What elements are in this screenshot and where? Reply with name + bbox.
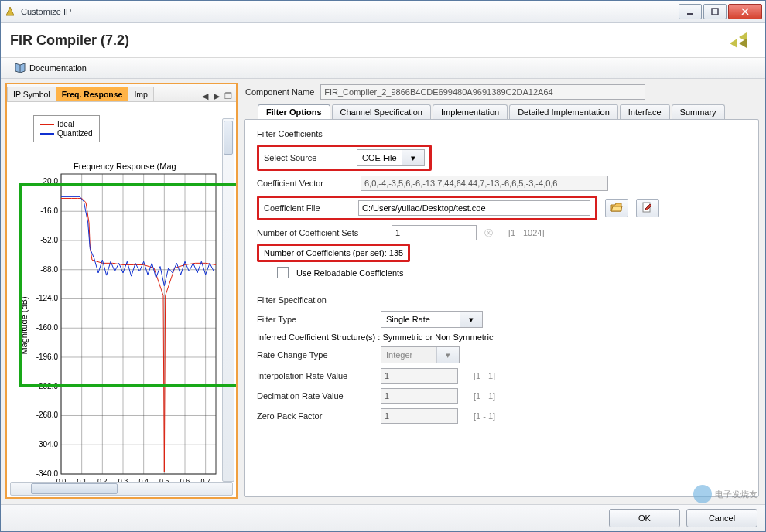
coef-vector-field xyxy=(361,176,608,191)
preview-hscroll[interactable] xyxy=(10,482,233,496)
close-button[interactable] xyxy=(728,4,762,19)
zpf-hint: [1 - 1] xyxy=(474,411,495,421)
select-source-combo[interactable]: COE File ▾ xyxy=(357,149,425,166)
svg-text:-16.0: -16.0 xyxy=(40,206,58,215)
minimize-button[interactable] xyxy=(679,4,702,19)
cancel-button[interactable]: Cancel xyxy=(686,509,757,527)
freq-response-chart: 20.0-16.0-52.0-88.0-124.0-160.0-196.0-23… xyxy=(19,171,224,497)
num-coef-per-set: Number of Coefficients (per set): 135 xyxy=(264,248,403,257)
select-source-label: Select Source xyxy=(264,153,349,162)
num-coef-sets-field[interactable] xyxy=(392,225,477,240)
interp-rate-hint: [1 - 1] xyxy=(474,371,495,380)
svg-marker-0 xyxy=(6,7,14,15)
highlight-box-num-coef: Number of Coefficients (per set): 135 xyxy=(257,244,410,262)
filter-coefficients-group-title: Filter Coefficients xyxy=(257,129,746,138)
filter-type-combo[interactable]: Single Rate ▾ xyxy=(381,311,483,328)
svg-text:-160.0: -160.0 xyxy=(36,323,59,332)
tab-imp[interactable]: Imp xyxy=(128,87,154,101)
dialog-button-bar: OK Cancel xyxy=(1,504,765,531)
tab-filter-options[interactable]: Filter Options xyxy=(258,104,330,119)
rate-change-label: Rate Change Type xyxy=(257,350,373,360)
chart-legend: Ideal Quantized xyxy=(33,115,100,142)
interp-rate-field xyxy=(381,368,458,384)
tab-prev-icon[interactable]: ◀ xyxy=(200,90,210,101)
highlight-box-select-source: Select Source COE File ▾ xyxy=(257,145,432,171)
filter-specification-group-title: Filter Specification xyxy=(257,295,746,305)
select-source-value: COE File xyxy=(357,153,402,162)
chart-title: Frequency Response (Mag xyxy=(74,159,176,171)
svg-text:-340.0: -340.0 xyxy=(36,469,59,478)
filter-type-value: Single Rate xyxy=(381,315,435,324)
tab-next-icon[interactable]: ▶ xyxy=(212,90,221,101)
vendor-logo-icon xyxy=(725,28,756,53)
tab-ip-symbol[interactable]: IP Symbol xyxy=(7,87,56,101)
filter-options-panel: Filter Coefficients Select Source COE Fi… xyxy=(244,119,759,497)
coef-vector-label: Coefficient Vector xyxy=(257,179,353,188)
filter-type-label: Filter Type xyxy=(257,315,373,324)
pencil-icon xyxy=(642,202,653,214)
svg-text:-52.0: -52.0 xyxy=(40,236,58,244)
legend-quantized: Quantized xyxy=(57,129,93,138)
ok-button[interactable]: OK xyxy=(609,509,680,527)
svg-text:-88.0: -88.0 xyxy=(40,265,58,274)
preview-tabs: IP Symbol Freq. Response Imp ◀ ▶ ❐ xyxy=(7,84,236,102)
component-name-field[interactable] xyxy=(320,84,645,100)
zpf-field xyxy=(381,408,458,424)
clear-icon[interactable]: ⓧ xyxy=(484,227,493,239)
tab-expand-icon[interactable]: ❐ xyxy=(224,90,233,101)
svg-text:-304.0: -304.0 xyxy=(36,440,59,448)
chevron-down-icon: ▾ xyxy=(460,312,482,327)
decim-rate-field xyxy=(381,388,458,404)
reloadable-label: Use Reloadable Coefficients xyxy=(296,268,404,278)
app-icon xyxy=(4,5,16,18)
toolbar: Documentation xyxy=(1,58,765,79)
rate-change-combo: Integer ▾ xyxy=(381,346,460,363)
reloadable-checkbox[interactable] xyxy=(277,267,289,278)
decim-rate-label: Decimation Rate Value xyxy=(257,391,373,401)
window-title: Customize IP xyxy=(21,7,679,16)
config-tabs: Filter Options Channel Specification Imp… xyxy=(242,104,761,119)
browse-file-button[interactable] xyxy=(605,199,628,217)
maximize-button[interactable] xyxy=(703,4,727,19)
preview-panel: IP Symbol Freq. Response Imp ◀ ▶ ❐ Ideal… xyxy=(5,83,238,499)
dialog-title: FIR Compiler (7.2) xyxy=(10,32,725,49)
highlight-box-coef-file: Coefficient File xyxy=(257,196,597,220)
svg-rect-9 xyxy=(61,174,216,474)
svg-rect-2 xyxy=(712,9,718,15)
folder-open-icon xyxy=(610,202,623,214)
chart-ylabel: Magnitude (dB) xyxy=(19,296,29,354)
svg-marker-5 xyxy=(730,39,737,48)
svg-text:20.0: 20.0 xyxy=(43,177,59,186)
zpf-label: Zero Pack Factor xyxy=(257,411,373,421)
chevron-down-icon: ▾ xyxy=(402,150,424,165)
tab-detailed-implementation[interactable]: Detailed Implementation xyxy=(509,104,618,119)
svg-text:-196.0: -196.0 xyxy=(36,353,59,361)
tab-summary[interactable]: Summary xyxy=(672,104,725,119)
num-coef-sets-hint: [1 - 1024] xyxy=(508,228,544,237)
dialog-header: FIR Compiler (7.2) xyxy=(1,23,765,58)
edit-file-button[interactable] xyxy=(636,199,659,217)
num-coef-sets-label: Number of Coefficient Sets xyxy=(257,228,384,237)
tab-channel-specification[interactable]: Channel Specification xyxy=(332,104,431,119)
svg-text:-124.0: -124.0 xyxy=(36,294,59,302)
legend-ideal: Ideal xyxy=(57,120,74,128)
coef-file-field[interactable] xyxy=(358,200,590,216)
tab-implementation[interactable]: Implementation xyxy=(433,104,508,119)
rate-change-value: Integer xyxy=(381,350,417,360)
book-icon xyxy=(14,62,26,74)
component-name-label: Component Name xyxy=(245,87,314,97)
documentation-button[interactable]: Documentation xyxy=(9,60,92,77)
inferred-structure: Inferred Coefficient Structure(s) : Symm… xyxy=(257,332,493,342)
coef-file-label: Coefficient File xyxy=(264,203,351,213)
svg-marker-7 xyxy=(739,39,747,48)
svg-text:-232.0: -232.0 xyxy=(36,382,59,390)
documentation-label: Documentation xyxy=(29,63,87,73)
preview-vscroll[interactable] xyxy=(222,118,234,482)
interp-rate-label: Interpolation Rate Value xyxy=(257,371,373,380)
tab-interface[interactable]: Interface xyxy=(620,104,670,119)
tab-freq-response[interactable]: Freq. Response xyxy=(56,87,129,101)
titlebar: Customize IP xyxy=(1,1,765,23)
chevron-down-icon: ▾ xyxy=(436,347,459,363)
svg-rect-1 xyxy=(687,13,693,15)
svg-text:-268.0: -268.0 xyxy=(36,411,59,419)
